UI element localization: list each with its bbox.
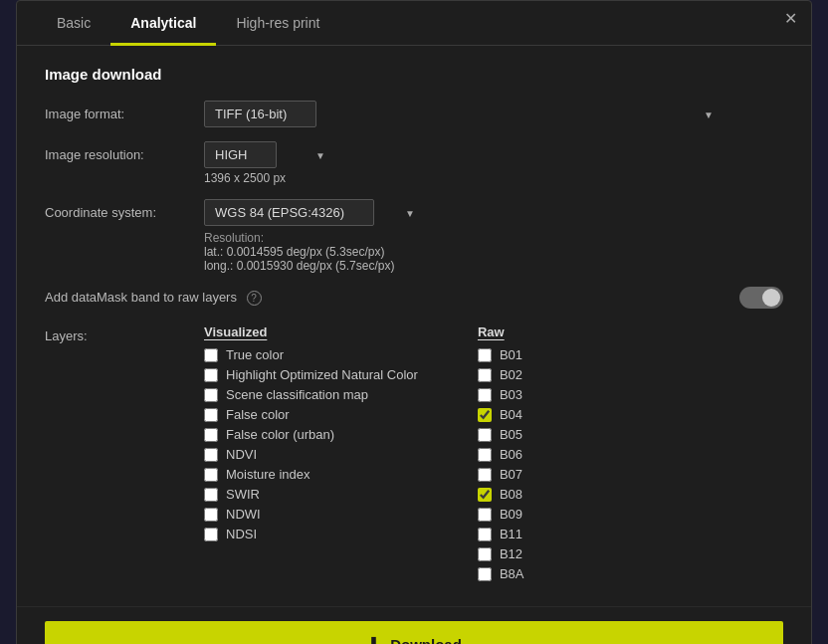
image-resolution-control: HIGH 1396 x 2500 px <box>204 141 783 185</box>
b8a-checkbox[interactable] <box>478 567 492 581</box>
tab-bar: Basic Analytical High-res print <box>17 1 811 46</box>
image-format-control: TIFF (16-bit) <box>204 101 783 127</box>
b03-label[interactable]: B03 <box>500 387 522 402</box>
list-item: True color <box>204 347 418 362</box>
lat-resolution: lat.: 0.0014595 deg/px (5.3sec/px) <box>204 245 384 259</box>
list-item: B09 <box>478 507 524 522</box>
image-format-row: Image format: TIFF (16-bit) <box>45 101 783 127</box>
b02-label[interactable]: B02 <box>500 367 522 382</box>
honc-checkbox[interactable] <box>204 368 218 382</box>
list-item: Highlight Optimized Natural Color <box>204 367 418 382</box>
ndwi-checkbox[interactable] <box>204 508 218 522</box>
image-format-select[interactable]: TIFF (16-bit) <box>204 101 316 127</box>
list-item: B01 <box>478 347 524 362</box>
scene-class-label[interactable]: Scene classification map <box>226 387 368 402</box>
b07-label[interactable]: B07 <box>500 467 522 482</box>
b06-label[interactable]: B06 <box>500 447 522 462</box>
b11-label[interactable]: B11 <box>500 527 522 541</box>
b08-label[interactable]: B08 <box>500 487 522 502</box>
section-title: Image download <box>45 66 783 83</box>
b8a-label[interactable]: B8A <box>500 566 524 581</box>
datamask-row: Add dataMask band to raw layers ? <box>45 287 783 309</box>
download-button[interactable]: ⬇ Download <box>45 621 783 644</box>
b01-label[interactable]: B01 <box>500 347 522 362</box>
visualized-header: Visualized <box>204 324 418 339</box>
dialog: ✕ Basic Analytical High-res print Image … <box>16 0 812 644</box>
b04-label[interactable]: B04 <box>500 407 522 422</box>
visualized-column: Visualized True color Highlight Optimize… <box>204 324 418 586</box>
b12-checkbox[interactable] <box>478 547 492 561</box>
image-resolution-label: Image resolution: <box>45 141 204 162</box>
list-item: False color <box>204 407 418 422</box>
list-item: False color (urban) <box>204 427 418 442</box>
b08-checkbox[interactable] <box>478 488 492 502</box>
b09-label[interactable]: B09 <box>500 507 522 522</box>
ndsi-label[interactable]: NDSI <box>226 527 257 541</box>
b09-checkbox[interactable] <box>478 508 492 522</box>
honc-label[interactable]: Highlight Optimized Natural Color <box>226 367 418 382</box>
list-item: B04 <box>478 407 524 422</box>
ndvi-label[interactable]: NDVI <box>226 447 257 462</box>
ndvi-checkbox[interactable] <box>204 448 218 462</box>
list-item: NDWI <box>204 507 418 522</box>
false-color-urban-label[interactable]: False color (urban) <box>226 427 334 442</box>
coordinate-select-wrapper: WGS 84 (EPSG:4326) <box>204 199 423 226</box>
image-resolution-select-wrapper: HIGH <box>204 141 333 168</box>
list-item: B8A <box>478 566 524 581</box>
datamask-label: Add dataMask band to raw layers ? <box>45 290 739 306</box>
lng-resolution: long.: 0.0015930 deg/px (5.7sec/px) <box>204 259 394 273</box>
tab-analytical[interactable]: Analytical <box>110 1 216 46</box>
b02-checkbox[interactable] <box>478 368 492 382</box>
swir-checkbox[interactable] <box>204 488 218 502</box>
list-item: B12 <box>478 546 524 561</box>
list-item: B08 <box>478 487 524 502</box>
tab-highres[interactable]: High-res print <box>216 1 339 46</box>
b03-checkbox[interactable] <box>478 388 492 402</box>
download-label: Download <box>390 636 462 644</box>
image-resolution-row: Image resolution: HIGH 1396 x 2500 px <box>45 141 783 185</box>
list-item: B06 <box>478 447 524 462</box>
ndwi-label[interactable]: NDWI <box>226 507 261 522</box>
list-item: SWIR <box>204 487 418 502</box>
b11-checkbox[interactable] <box>478 528 492 541</box>
b01-checkbox[interactable] <box>478 348 492 362</box>
coordinate-system-label: Coordinate system: <box>45 199 204 220</box>
raw-column: Raw B01 B02 B03 B04 <box>478 324 524 586</box>
false-color-checkbox[interactable] <box>204 408 218 422</box>
datamask-help-icon[interactable]: ? <box>247 291 262 306</box>
b05-checkbox[interactable] <box>478 428 492 442</box>
list-item: B03 <box>478 387 524 402</box>
b06-checkbox[interactable] <box>478 448 492 462</box>
moisture-checkbox[interactable] <box>204 468 218 482</box>
scene-class-checkbox[interactable] <box>204 388 218 402</box>
layers-row: Layers: Visualized True color Highlight … <box>45 324 783 586</box>
download-icon: ⬇ <box>366 634 380 644</box>
coordinate-system-select[interactable]: WGS 84 (EPSG:4326) <box>204 199 374 226</box>
b05-label[interactable]: B05 <box>500 427 522 442</box>
true-color-label[interactable]: True color <box>226 347 284 362</box>
coordinate-system-control: WGS 84 (EPSG:4326) Resolution: lat.: 0.0… <box>204 199 783 273</box>
b12-label[interactable]: B12 <box>500 546 522 561</box>
ndsi-checkbox[interactable] <box>204 528 218 541</box>
download-bar: ⬇ Download <box>17 606 811 644</box>
coordinate-system-row: Coordinate system: WGS 84 (EPSG:4326) Re… <box>45 199 783 273</box>
b04-checkbox[interactable] <box>478 408 492 422</box>
list-item: Moisture index <box>204 467 418 482</box>
list-item: B11 <box>478 527 524 541</box>
layers-content: Visualized True color Highlight Optimize… <box>204 324 524 586</box>
false-color-label[interactable]: False color <box>226 407 290 422</box>
moisture-label[interactable]: Moisture index <box>226 467 310 482</box>
false-color-urban-checkbox[interactable] <box>204 428 218 442</box>
true-color-checkbox[interactable] <box>204 348 218 362</box>
layers-label: Layers: <box>45 324 204 343</box>
b07-checkbox[interactable] <box>478 468 492 482</box>
image-format-select-wrapper: TIFF (16-bit) <box>204 101 722 127</box>
image-resolution-select[interactable]: HIGH <box>204 141 277 168</box>
image-format-label: Image format: <box>45 101 204 121</box>
tab-basic[interactable]: Basic <box>37 1 110 46</box>
swir-label[interactable]: SWIR <box>226 487 260 502</box>
coordinate-resolution-info: Resolution: lat.: 0.0014595 deg/px (5.3s… <box>204 231 783 273</box>
resolution-label: Resolution: <box>204 231 264 245</box>
datamask-toggle[interactable] <box>739 287 783 309</box>
close-button[interactable]: ✕ <box>784 11 797 27</box>
